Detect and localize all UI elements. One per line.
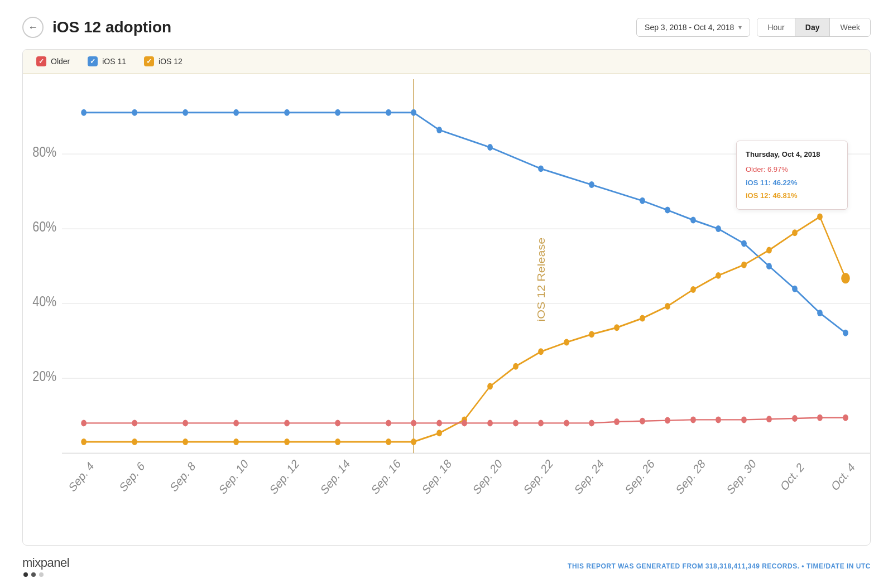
svg-point-39 [640,197,645,204]
svg-text:Sep. 18: Sep. 18 [420,456,453,497]
svg-text:Sep. 14: Sep. 14 [318,456,352,497]
footer: mixpanel THIS REPORT WAS GENERATED FROM … [22,546,871,577]
date-range-label: Sep 3, 2018 - Oct 4, 2018 [645,23,734,32]
svg-point-58 [487,383,493,390]
dot-3 [39,572,44,577]
svg-point-32 [335,109,340,116]
svg-text:Oct. 2: Oct. 2 [778,460,806,494]
svg-text:20%: 20% [32,368,56,384]
svg-point-72 [841,273,850,283]
svg-point-80 [411,420,416,426]
svg-point-76 [233,420,239,426]
svg-point-97 [843,415,848,421]
svg-text:Sep. 16: Sep. 16 [369,456,402,497]
svg-point-73 [81,420,87,426]
legend-bar: ✓ Older ✓ iOS 11 ✓ iOS 12 [23,50,870,74]
chevron-down-icon: ▾ [738,23,742,31]
records-label: THIS REPORT WAS GENERATED FROM [568,562,703,570]
dot-1 [23,572,28,577]
svg-point-64 [640,315,645,321]
ios12-line [84,217,846,442]
svg-text:40%: 40% [32,293,56,310]
older-label: Older [51,57,70,66]
svg-point-85 [538,420,544,426]
records-value: 318,318,411,349 [705,562,760,570]
svg-point-38 [589,181,594,188]
svg-point-68 [741,262,747,268]
svg-point-67 [716,272,721,279]
svg-point-77 [284,420,290,426]
svg-text:iOS 12 Release: iOS 12 Release [536,238,547,322]
svg-point-59 [513,363,518,370]
chart-svg: 80% 60% 40% 20% Sep. 4 Sep. 6 Sep. 8 Sep… [62,79,870,507]
header: ← iOS 12 adoption Sep 3, 2018 - Oct 4, 2… [22,11,871,49]
svg-point-84 [513,420,518,426]
svg-point-49 [132,438,137,445]
ios11-line [84,113,846,333]
svg-text:Sep. 28: Sep. 28 [674,456,707,497]
svg-point-87 [589,420,594,426]
svg-point-74 [132,420,137,426]
svg-point-91 [690,416,696,423]
svg-point-48 [81,438,87,445]
day-button[interactable]: Day [795,18,830,36]
svg-point-94 [766,416,772,422]
svg-point-89 [640,418,645,425]
svg-point-43 [741,240,747,247]
legend-item-ios11[interactable]: ✓ iOS 11 [88,56,126,66]
svg-text:60%: 60% [32,218,56,235]
svg-point-27 [81,109,87,116]
date-range-picker[interactable]: Sep 3, 2018 - Oct 4, 2018 ▾ [636,18,750,37]
svg-point-70 [792,229,798,236]
svg-point-54 [386,438,391,445]
svg-text:Sep. 6: Sep. 6 [117,459,147,494]
svg-text:Sep. 10: Sep. 10 [217,456,250,497]
svg-point-28 [132,109,137,116]
svg-text:Sep. 20: Sep. 20 [470,456,504,497]
svg-point-36 [487,144,493,151]
svg-point-69 [766,247,772,253]
ios11-check-icon: ✓ [88,56,98,66]
svg-point-56 [436,430,442,436]
legend-item-ios12[interactable]: ✓ iOS 12 [144,56,183,66]
svg-point-40 [665,207,670,214]
svg-point-81 [436,420,442,426]
svg-point-34 [411,109,416,116]
svg-point-75 [183,420,188,426]
header-right: Sep 3, 2018 - Oct 4, 2018 ▾ Hour Day Wee… [636,18,871,37]
ios12-label: iOS 12 [159,57,183,66]
svg-point-30 [233,109,239,116]
hour-button[interactable]: Hour [757,18,795,36]
svg-point-78 [335,420,340,426]
svg-point-45 [792,286,798,292]
svg-text:Sep. 30: Sep. 30 [724,456,758,497]
utc-label: • TIME/DATE IN UTC [801,562,871,570]
svg-point-66 [690,286,696,293]
brand-dots [22,572,69,577]
svg-point-95 [792,415,798,422]
svg-point-35 [436,127,442,133]
svg-text:Sep. 24: Sep. 24 [572,456,606,497]
svg-point-50 [183,438,188,445]
older-check-icon: ✓ [36,56,46,66]
svg-text:Oct. 4: Oct. 4 [829,460,857,494]
svg-point-88 [614,418,620,425]
svg-point-65 [665,303,670,310]
svg-point-92 [716,416,721,423]
svg-point-37 [538,165,544,172]
page-title: iOS 12 adoption [52,18,171,36]
svg-text:Sep. 26: Sep. 26 [623,456,656,497]
legend-item-older[interactable]: ✓ Older [36,56,70,66]
svg-point-29 [183,109,188,116]
back-button[interactable]: ← [22,17,44,38]
mixpanel-logo: mixpanel [22,556,69,577]
svg-point-42 [716,225,721,232]
svg-point-96 [817,415,823,421]
footer-info: THIS REPORT WAS GENERATED FROM 318,318,4… [568,562,871,570]
brand-name: mixpanel [22,556,69,570]
week-button[interactable]: Week [830,18,870,36]
svg-point-79 [386,420,391,426]
svg-text:Sep. 4: Sep. 4 [66,459,96,494]
svg-point-41 [690,217,696,224]
time-period-selector: Hour Day Week [757,18,871,37]
